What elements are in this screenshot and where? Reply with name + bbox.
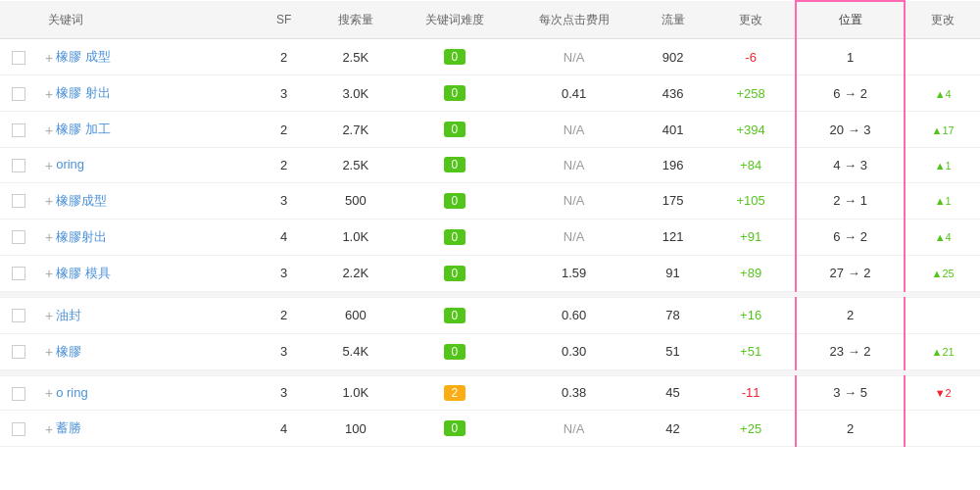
row-checkbox[interactable]	[12, 123, 25, 137]
difficulty-value: 0	[444, 85, 466, 101]
cpc-value: N/A	[509, 219, 638, 255]
expand-icon[interactable]: +	[45, 158, 53, 173]
expand-icon[interactable]: +	[45, 266, 53, 281]
change-value: -6	[707, 39, 796, 75]
row-checkbox[interactable]	[12, 345, 25, 359]
keyword-link[interactable]: 蓄勝	[56, 420, 81, 435]
cpc-value: 0.30	[509, 333, 638, 369]
search-volume-value: 100	[312, 411, 401, 447]
position-change-value: ▲4	[905, 75, 980, 112]
change-value: +84	[707, 148, 796, 183]
arrow-up-icon: ▲4	[935, 88, 952, 100]
row-checkbox[interactable]	[12, 51, 25, 65]
main-table-container: 关键词 SF 搜索量 关键词难度 每次点击费用 流量 更改 位置 更改 +橡膠 …	[0, 0, 980, 447]
cpc-value: N/A	[509, 411, 638, 447]
keyword-link[interactable]: 橡膠成型	[56, 193, 107, 208]
arrow-up-icon: ▲17	[932, 124, 955, 136]
keyword-table: 关键词 SF 搜索量 关键词难度 每次点击费用 流量 更改 位置 更改 +橡膠 …	[0, 0, 980, 447]
expand-icon[interactable]: +	[45, 193, 53, 209]
col-traffic: 流量	[639, 1, 708, 39]
na-text: N/A	[564, 229, 585, 244]
position-change-value: ▲1	[905, 148, 980, 183]
keyword-link[interactable]: 橡膠 模具	[56, 266, 111, 280]
row-checkbox[interactable]	[12, 194, 25, 208]
keyword-link[interactable]: 橡膠 射出	[56, 85, 111, 100]
keyword-link[interactable]: oring	[56, 157, 84, 172]
position-change-value: ▼2	[905, 375, 980, 411]
keyword-link[interactable]: 油封	[56, 308, 81, 322]
traffic-value: 51	[639, 333, 708, 369]
keyword-link[interactable]: 橡膠射出	[56, 229, 107, 244]
position-change-value: ▲1	[905, 182, 980, 219]
traffic-value: 42	[639, 411, 708, 447]
na-text: N/A	[564, 158, 585, 172]
difficulty-badge: 0	[400, 255, 509, 291]
col-search-volume: 搜索量	[312, 1, 401, 39]
expand-icon[interactable]: +	[45, 50, 53, 66]
table-row: +油封260000.6078+162	[0, 297, 980, 333]
change-value: +91	[707, 219, 796, 255]
col-difficulty: 关键词难度	[400, 1, 509, 39]
difficulty-value: 0	[444, 157, 466, 172]
search-volume-value: 2.5K	[312, 39, 401, 75]
sf-value: 2	[257, 297, 312, 333]
keyword-link[interactable]: o ring	[56, 385, 88, 400]
change-value: +89	[707, 255, 796, 291]
row-checkbox[interactable]	[12, 159, 25, 172]
expand-icon[interactable]: +	[45, 229, 53, 245]
traffic-value: 91	[639, 255, 708, 291]
keyword-link[interactable]: 橡膠	[56, 344, 81, 359]
sf-value: 2	[257, 148, 312, 183]
search-volume-value: 500	[312, 182, 401, 219]
expand-icon[interactable]: +	[45, 421, 53, 437]
sf-value: 3	[257, 75, 312, 112]
position-value: 1	[796, 39, 905, 75]
expand-icon[interactable]: +	[45, 308, 53, 323]
keyword-link[interactable]: 橡膠 加工	[56, 122, 111, 136]
cpc-value: N/A	[509, 148, 638, 183]
expand-icon[interactable]: +	[45, 344, 53, 360]
col-keyword: 关键词	[38, 1, 257, 39]
search-volume-value: 2.5K	[312, 148, 401, 183]
expand-icon[interactable]: +	[45, 122, 53, 138]
col-pos-change: 更改	[905, 1, 980, 39]
row-checkbox[interactable]	[12, 309, 25, 322]
position-change-value: ▲21	[905, 333, 980, 369]
keyword-link[interactable]: 橡膠 成型	[56, 49, 111, 64]
difficulty-value: 0	[444, 122, 466, 137]
sf-value: 2	[257, 39, 312, 75]
difficulty-value: 0	[444, 193, 466, 209]
search-volume-value: 1.0K	[312, 219, 401, 255]
arrow-up-icon: ▲1	[935, 195, 952, 207]
row-checkbox[interactable]	[12, 230, 25, 244]
difficulty-value: 2	[444, 385, 466, 401]
position-change-value	[905, 297, 980, 333]
traffic-value: 401	[639, 112, 708, 148]
traffic-value: 902	[639, 39, 708, 75]
position-value: 6 → 2	[796, 219, 905, 255]
traffic-value: 175	[639, 182, 708, 219]
sf-value: 3	[257, 182, 312, 219]
traffic-value: 436	[639, 75, 708, 112]
na-text: N/A	[564, 193, 585, 208]
row-checkbox[interactable]	[12, 387, 25, 401]
difficulty-value: 0	[444, 49, 466, 65]
cpc-value: N/A	[509, 39, 638, 75]
position-value: 2	[796, 411, 905, 447]
expand-icon[interactable]: +	[45, 86, 53, 102]
change-value: +16	[707, 297, 796, 333]
expand-icon[interactable]: +	[45, 385, 53, 401]
difficulty-badge: 0	[400, 39, 509, 75]
row-checkbox[interactable]	[12, 422, 25, 436]
change-value: -11	[707, 375, 796, 411]
arrow-up-icon: ▲1	[935, 160, 952, 172]
row-checkbox[interactable]	[12, 267, 25, 280]
col-change: 更改	[707, 1, 796, 39]
position-value: 2 → 1	[796, 182, 905, 219]
table-row: +橡膠射出41.0K0N/A121+916 → 2▲4	[0, 219, 980, 255]
arrow-up-icon: ▲21	[932, 346, 955, 358]
table-row: +橡膠 射出33.0K00.41436+2586 → 2▲4	[0, 75, 980, 112]
row-checkbox[interactable]	[12, 87, 25, 101]
search-volume-value: 3.0K	[312, 75, 401, 112]
difficulty-badge: 0	[400, 182, 509, 219]
